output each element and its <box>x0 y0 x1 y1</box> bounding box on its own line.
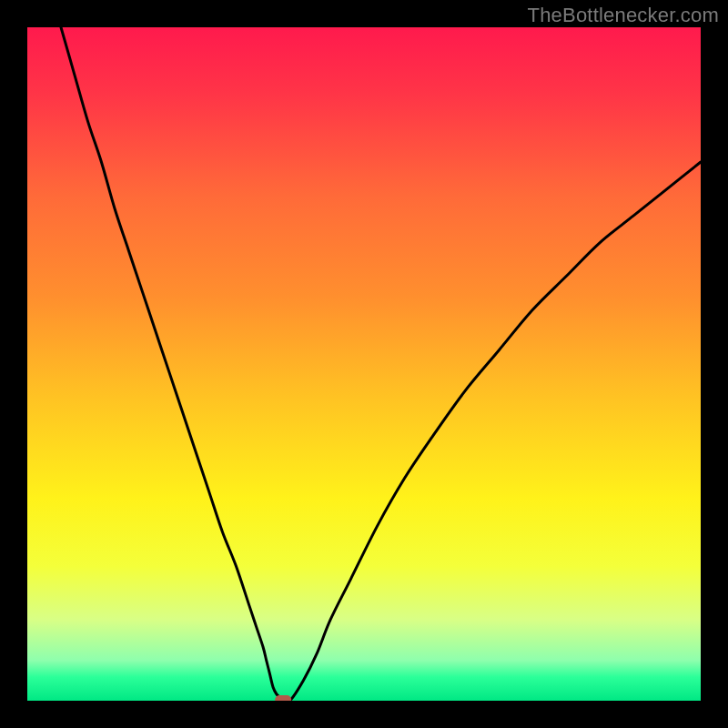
optimal-point-marker <box>275 695 291 701</box>
gradient-background <box>27 27 701 701</box>
chart-outer-frame: TheBottlenecker.com <box>0 0 728 728</box>
chart-svg <box>27 27 701 701</box>
plot-area <box>27 27 701 701</box>
watermark-text: TheBottlenecker.com <box>528 4 719 27</box>
